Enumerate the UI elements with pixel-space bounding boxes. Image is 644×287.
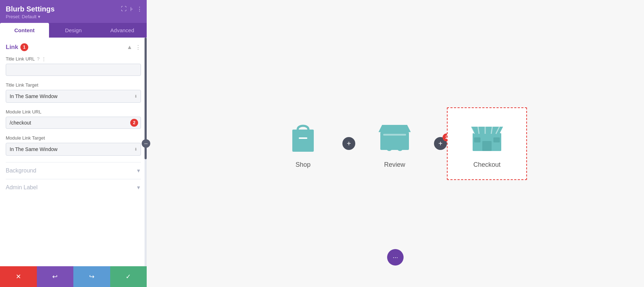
tabs: Content Design Advanced [0, 23, 147, 38]
svg-rect-1 [299, 137, 307, 139]
checkout-icon [469, 119, 505, 155]
add-btn-1[interactable]: + [342, 137, 355, 150]
tab-content[interactable]: Content [0, 23, 49, 38]
tab-advanced[interactable]: Advanced [98, 23, 147, 38]
module-link-url-group: Module Link URL 2 [6, 109, 141, 129]
expand-icon[interactable]: ⛶ [121, 6, 127, 13]
svg-rect-7 [482, 141, 492, 151]
more-icon[interactable]: ⋮ [137, 6, 142, 13]
canvas: Shop + Review + 2 [147, 0, 644, 287]
redo-button[interactable]: ↪ [73, 266, 110, 287]
module-link-target-select-wrap: In The Same Window In A New Window [6, 143, 141, 156]
svg-rect-8 [474, 137, 480, 142]
help-icon[interactable]: ? [37, 56, 39, 62]
columns-icon[interactable]: ⊦ [130, 6, 133, 13]
title-link-url-group: Title Link URL ? ⋮ [6, 56, 141, 76]
shop-label: Shop [296, 161, 311, 169]
svg-point-3 [386, 145, 392, 151]
section-more-icon[interactable]: ⋮ [135, 44, 141, 51]
title-link-target-select-wrap: In The Same Window In A New Window [6, 90, 141, 103]
module-link-url-input[interactable] [6, 117, 141, 129]
resize-handle[interactable]: ↔ [142, 139, 150, 148]
module-link-target-group: Module Link Target In The Same Window In… [6, 135, 141, 156]
bottom-bar: ✕ ↩ ↪ ✓ [0, 266, 147, 287]
module-link-target-select[interactable]: In The Same Window In A New Window [6, 143, 141, 156]
link-label: Link [6, 44, 18, 51]
title-link-url-label: Title Link URL ? ⋮ [6, 56, 141, 62]
add-btn-2-wrap: + 2 [434, 137, 447, 150]
panel-preset[interactable]: Preset: Default ▾ [6, 14, 141, 19]
title-link-target-label: Title Link Target [6, 82, 141, 88]
section-actions: ▲ ⋮ [127, 44, 141, 51]
svg-point-4 [397, 145, 403, 151]
module-link-badge: 2 [130, 119, 138, 127]
section-title: Link 1 [6, 43, 28, 51]
title-link-target-select[interactable]: In The Same Window In A New Window [6, 90, 141, 103]
shop-icon [285, 119, 321, 155]
background-label: Background [6, 167, 36, 174]
title-link-url-input[interactable] [6, 64, 141, 76]
title-link-target-group: Title Link Target In The Same Window In … [6, 82, 141, 103]
left-panel: Blurb Settings Preset: Default ▾ ⛶ ⊦ ⋮ C… [0, 0, 147, 287]
blurb-review: Review [355, 108, 434, 179]
svg-rect-0 [292, 130, 314, 152]
blurb-shop: Shop [264, 108, 342, 179]
review-label: Review [384, 161, 405, 169]
admin-label-arrow: ▼ [136, 185, 141, 190]
panel-header: Blurb Settings Preset: Default ▾ ⛶ ⊦ ⋮ [0, 0, 147, 23]
review-icon [377, 119, 413, 155]
blurb-checkout[interactable]: Checkout [447, 107, 527, 180]
checkout-label: Checkout [473, 161, 501, 169]
module-link-target-label: Module Link Target [6, 135, 141, 141]
panel-body: Link 1 ▲ ⋮ Title Link URL ? ⋮ [0, 38, 147, 266]
panel-header-icons: ⛶ ⊦ ⋮ [121, 6, 142, 13]
svg-rect-5 [383, 134, 406, 136]
link-badge: 1 [20, 43, 28, 51]
svg-rect-9 [493, 137, 500, 142]
more-options-button[interactable]: ··· [387, 249, 404, 266]
undo-button[interactable]: ↩ [37, 266, 74, 287]
admin-label-section[interactable]: Admin Label ▼ [6, 179, 141, 196]
collapse-icon[interactable]: ▲ [127, 44, 132, 50]
tab-design[interactable]: Design [49, 23, 98, 38]
background-arrow: ▼ [136, 168, 141, 174]
cancel-button[interactable]: ✕ [0, 266, 37, 287]
background-section[interactable]: Background ▼ [6, 162, 141, 179]
link-section: Link 1 ▲ ⋮ Title Link URL ? ⋮ [6, 43, 141, 156]
field-more-icon[interactable]: ⋮ [42, 56, 46, 62]
module-link-url-label: Module Link URL [6, 109, 141, 115]
section-header: Link 1 ▲ ⋮ [6, 43, 141, 51]
admin-label-label: Admin Label [6, 184, 38, 191]
canvas-inner: Shop + Review + 2 [147, 0, 644, 287]
save-button[interactable]: ✓ [110, 266, 147, 287]
module-link-url-wrap: 2 [6, 117, 141, 129]
